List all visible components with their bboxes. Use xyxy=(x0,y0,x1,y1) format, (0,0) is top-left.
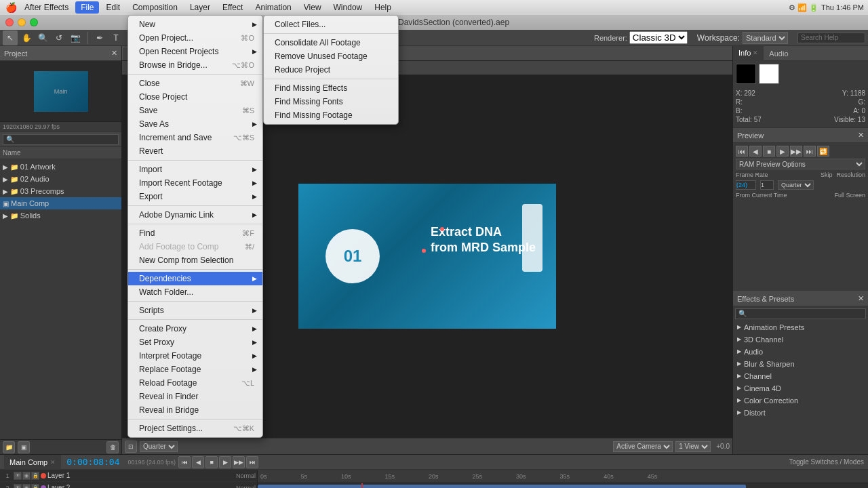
menu-find-missing-fonts[interactable]: Find Missing Fonts xyxy=(264,95,398,108)
new-folder-button[interactable]: 📁 xyxy=(3,441,15,453)
tl-play-button[interactable]: ▶ xyxy=(219,456,231,468)
renderer-select[interactable]: Classic 3D xyxy=(629,31,688,44)
menu-reveal-bridge[interactable]: Reveal in Bridge xyxy=(128,403,262,417)
tab-info[interactable]: Info ✕ xyxy=(733,46,764,61)
preview-skip-start-button[interactable]: ⏮ xyxy=(736,146,748,157)
ram-preview-select[interactable]: RAM Preview Options xyxy=(736,159,865,169)
delete-item-button[interactable]: 🗑 xyxy=(106,441,119,453)
effects-cat-animation[interactable]: ▶ Animation Presets xyxy=(733,321,868,333)
zoom-tool-icon[interactable]: 🔍 xyxy=(35,30,50,45)
preview-loop-button[interactable]: 🔁 xyxy=(817,146,829,157)
effects-cat-distort[interactable]: ▶ Distort xyxy=(733,407,868,419)
tab-audio[interactable]: Audio xyxy=(764,46,793,61)
menu-scripts[interactable]: Scripts xyxy=(128,304,262,317)
preview-stop-button[interactable]: ■ xyxy=(763,146,775,157)
new-comp-button[interactable]: ▣ xyxy=(18,441,30,453)
menu-open-recent[interactable]: Open Recent Projects xyxy=(128,45,262,58)
color-swatch-bg[interactable] xyxy=(759,64,779,84)
layer-color-swatch[interactable] xyxy=(41,473,46,479)
menu-open-project[interactable]: Open Project... ⌘O xyxy=(128,31,262,45)
menu-save-as[interactable]: Save As xyxy=(128,117,262,131)
menu-reduce-project[interactable]: Reduce Project xyxy=(264,63,398,77)
layer-color-swatch[interactable] xyxy=(41,485,46,489)
tl-stop-button[interactable]: ■ xyxy=(205,456,218,468)
rotate-tool-icon[interactable]: ↺ xyxy=(52,30,66,45)
menu-adobe-dynamic-link[interactable]: Adobe Dynamic Link xyxy=(128,208,262,222)
menu-project-settings[interactable]: Project Settings... ⌥⌘K xyxy=(128,422,262,435)
info-tab-close-icon[interactable]: ✕ xyxy=(753,49,758,56)
menu-collect-files[interactable]: Collect Files... xyxy=(264,18,398,31)
skip-input[interactable] xyxy=(760,180,774,190)
preview-close-icon[interactable]: ✕ xyxy=(858,131,864,140)
menu-create-proxy[interactable]: Create Proxy xyxy=(128,322,262,336)
menu-set-proxy[interactable]: Set Proxy xyxy=(128,336,262,349)
tree-item-main-comp[interactable]: ▣ Main Comp xyxy=(0,197,121,209)
menu-find[interactable]: Find ⌘F xyxy=(128,226,262,240)
menu-find-missing-footage[interactable]: Find Missing Footage xyxy=(264,108,398,122)
eye-icon[interactable]: 👁 xyxy=(14,472,22,480)
eye-icon[interactable]: 👁 xyxy=(14,484,22,489)
menu-replace-footage[interactable]: Replace Footage xyxy=(128,363,262,376)
workspace-select[interactable]: Standard xyxy=(743,32,788,44)
menu-find-missing-effects[interactable]: Find Missing Effects xyxy=(264,81,398,95)
effects-cat-color-correction[interactable]: ▶ Color Correction xyxy=(733,394,868,407)
tl-end-button[interactable]: ⏭ xyxy=(246,456,258,468)
effects-cat-audio[interactable]: ▶ Audio xyxy=(733,346,868,358)
menu-edit[interactable]: Edit xyxy=(100,1,125,14)
menu-help[interactable]: Help xyxy=(369,1,397,14)
menu-reload-footage[interactable]: Reload Footage ⌥L xyxy=(128,376,262,390)
tl-start-button[interactable]: ⏮ xyxy=(178,456,191,468)
timeline-tab-close-icon[interactable]: ✕ xyxy=(50,459,56,466)
timeline-tab-main-comp[interactable]: Main Comp ✕ xyxy=(4,455,61,470)
menu-watch-folder[interactable]: Watch Folder... xyxy=(128,285,262,299)
project-search-input[interactable] xyxy=(3,134,119,145)
tree-item-solids[interactable]: ▶ 📁 Solids xyxy=(0,209,121,222)
menu-file[interactable]: File xyxy=(75,1,99,14)
lock-icon[interactable]: 🔒 xyxy=(31,472,39,480)
effects-cat-blur[interactable]: ▶ Blur & Sharpen xyxy=(733,358,868,370)
minimize-button[interactable] xyxy=(18,18,26,26)
menu-close-project[interactable]: Close Project xyxy=(128,90,262,104)
preview-prev-frame-button[interactable]: ◀ xyxy=(749,146,762,157)
select-tool-icon[interactable]: ↖ xyxy=(3,30,18,45)
camera-tool-icon[interactable]: 📷 xyxy=(68,30,83,45)
menu-view[interactable]: View xyxy=(298,1,327,14)
menu-reveal-finder[interactable]: Reveal in Finder xyxy=(128,390,262,403)
playhead[interactable] xyxy=(361,483,363,488)
effects-search-input[interactable] xyxy=(735,308,866,319)
frame-rate-input[interactable] xyxy=(736,180,756,190)
zoom-select[interactable]: Quarter Half Full xyxy=(140,441,178,452)
effects-cat-3d[interactable]: ▶ 3D Channel xyxy=(733,333,868,346)
menu-after-effects[interactable]: After Effects xyxy=(19,1,74,14)
menu-composition[interactable]: Composition xyxy=(127,1,183,14)
color-swatch-fg[interactable] xyxy=(736,64,756,84)
menu-effect[interactable]: Effect xyxy=(217,1,248,14)
text-tool-icon[interactable]: T xyxy=(108,30,123,45)
menu-increment-save[interactable]: Increment and Save ⌥⌘S xyxy=(128,131,262,144)
menu-layer[interactable]: Layer xyxy=(184,1,216,14)
menu-new[interactable]: New xyxy=(128,18,262,31)
menu-interpret-footage[interactable]: Interpret Footage xyxy=(128,349,262,363)
menu-export[interactable]: Export xyxy=(128,190,262,203)
tl-next-frame-button[interactable]: ▶▶ xyxy=(233,456,245,468)
apple-logo-icon[interactable]: 🍎 xyxy=(4,2,18,13)
menu-remove-unused[interactable]: Remove Unused Footage xyxy=(264,49,398,63)
hand-tool-icon[interactable]: ✋ xyxy=(19,30,34,45)
preview-next-frame-button[interactable]: ▶▶ xyxy=(790,146,802,157)
resolution-preview-select[interactable]: Quarter xyxy=(778,180,814,190)
solo-icon[interactable]: ◉ xyxy=(22,472,31,480)
menu-dependencies[interactable]: Dependencies xyxy=(128,272,262,285)
project-close-icon[interactable]: ✕ xyxy=(111,49,117,58)
effects-cat-cinema4d[interactable]: ▶ Cinema 4D xyxy=(733,382,868,394)
camera-select[interactable]: Active Camera xyxy=(613,441,673,452)
pen-tool-icon[interactable]: ✒ xyxy=(92,30,107,45)
toggle-switches-button[interactable]: Toggle Switches / Modes xyxy=(789,458,864,466)
menu-revert[interactable]: Revert xyxy=(128,144,262,158)
tl-prev-frame-button[interactable]: ◀ xyxy=(192,456,204,468)
menu-import-recent[interactable]: Import Recent Footage xyxy=(128,176,262,190)
menu-save[interactable]: Save ⌘S xyxy=(128,104,262,117)
menu-import[interactable]: Import xyxy=(128,163,262,176)
tree-item-audio[interactable]: ▶ 📁 02 Audio xyxy=(0,173,121,185)
tree-item-artwork[interactable]: ▶ 📁 01 Artwork xyxy=(0,161,121,173)
menu-window[interactable]: Window xyxy=(328,1,368,14)
